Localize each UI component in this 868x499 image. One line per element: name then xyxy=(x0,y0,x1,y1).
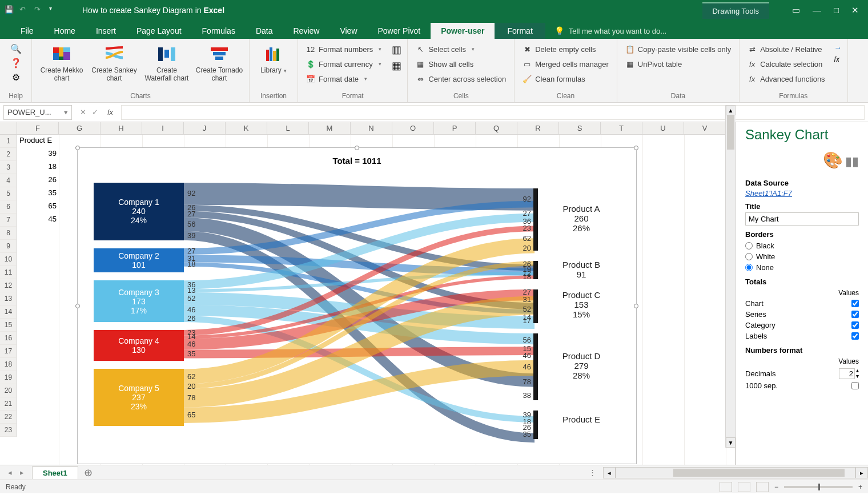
search-icon[interactable]: 🔍 xyxy=(10,43,22,54)
column-header[interactable]: G xyxy=(59,122,101,134)
format-date-button[interactable]: 📅Format date xyxy=(304,73,384,84)
resize-handle[interactable] xyxy=(355,146,359,150)
tab-insert[interactable]: Insert xyxy=(86,23,126,39)
column-header[interactable]: Q xyxy=(476,122,517,134)
cell[interactable]: 45 xyxy=(17,214,59,227)
columns-icon[interactable]: ▥ xyxy=(392,43,401,56)
row-header[interactable]: 21 xyxy=(0,397,17,411)
add-sheet-button[interactable]: ⊕ xyxy=(84,466,93,479)
column-header[interactable]: K xyxy=(226,122,267,134)
tab-review[interactable]: Review xyxy=(283,23,330,39)
fx-small-icon[interactable]: fx xyxy=(834,55,842,63)
zoom-in-icon[interactable]: + xyxy=(858,483,862,491)
delete-empty-cells-button[interactable]: ✖Delete empty cells xyxy=(520,43,611,55)
minimize-icon[interactable]: — xyxy=(813,5,821,15)
library-button[interactable]: Library xyxy=(255,41,292,74)
sankey-chart-object[interactable]: Total = 1011 Company 124024%9226275639Co… xyxy=(77,147,637,464)
row-header[interactable]: 19 xyxy=(0,371,17,384)
ribbon-options-icon[interactable]: ▭ xyxy=(792,5,800,15)
row-header[interactable]: 20 xyxy=(0,384,17,397)
spinner-icon[interactable]: ▴▾ xyxy=(856,368,859,379)
row-header[interactable]: 12 xyxy=(0,279,17,292)
totals-series-check[interactable]: Series xyxy=(745,309,859,320)
maximize-icon[interactable]: □ xyxy=(834,5,839,15)
column-header[interactable]: J xyxy=(184,122,226,134)
bar-chart-icon[interactable]: ▮▮ xyxy=(845,154,859,168)
page-layout-view-button[interactable] xyxy=(738,482,750,492)
column-header[interactable]: M xyxy=(309,122,351,134)
scroll-up-icon[interactable]: ▲ xyxy=(726,105,736,115)
column-header[interactable]: F xyxy=(17,122,59,134)
vertical-scrollbar[interactable]: ▲ ▼ xyxy=(725,105,736,448)
undo-icon[interactable]: ↶ xyxy=(19,5,30,15)
sheet-nav-next-icon[interactable]: ▸ xyxy=(20,468,24,477)
resize-handle[interactable] xyxy=(634,146,638,150)
close-icon[interactable]: ✕ xyxy=(851,5,859,15)
tell-me-search[interactable]: 💡 Tell me what you want to do... xyxy=(545,23,676,39)
zoom-slider[interactable] xyxy=(784,486,853,488)
row-header[interactable]: 16 xyxy=(0,332,17,345)
column-header[interactable]: V xyxy=(684,122,726,134)
tab-data[interactable]: Data xyxy=(246,23,283,39)
settings-icon[interactable]: ⚙ xyxy=(12,72,20,83)
merged-cells-manager-button[interactable]: ▭Merged cells manager xyxy=(520,58,611,70)
cell[interactable]: 18 xyxy=(17,161,59,174)
column-header[interactable]: R xyxy=(517,122,559,134)
row-header[interactable]: 11 xyxy=(0,266,17,279)
show-all-cells-button[interactable]: ▦Show all cells xyxy=(413,58,508,70)
border-white-radio[interactable]: White xyxy=(745,251,859,262)
row-header[interactable]: 2 xyxy=(0,148,17,161)
row-header[interactable]: 13 xyxy=(0,292,17,305)
row-header[interactable]: 6 xyxy=(0,200,17,214)
column-header[interactable]: O xyxy=(392,122,434,134)
row-header[interactable]: 14 xyxy=(0,305,17,319)
column-header[interactable]: N xyxy=(351,122,392,134)
data-source-link[interactable]: Sheet1'!A1:F7 xyxy=(745,189,859,198)
fx-label[interactable]: fx xyxy=(103,108,118,116)
create-sankey-chart-button[interactable]: Create Sankey chart xyxy=(90,41,138,83)
column-header[interactable]: I xyxy=(142,122,184,134)
zoom-out-icon[interactable]: − xyxy=(774,483,778,491)
row-header[interactable]: 17 xyxy=(0,345,17,358)
tab-view[interactable]: View xyxy=(329,23,367,39)
qat-more-icon[interactable]: ▾ xyxy=(49,5,59,15)
table-icon[interactable]: ▦ xyxy=(392,59,401,72)
resize-handle[interactable] xyxy=(75,146,80,150)
column-header[interactable]: P xyxy=(434,122,476,134)
cell[interactable]: 39 xyxy=(17,148,59,161)
context-tab-drawing-tools[interactable]: Drawing Tools xyxy=(702,2,769,19)
border-none-radio[interactable]: None xyxy=(745,262,859,273)
normal-view-button[interactable] xyxy=(720,482,732,492)
totals-labels-check[interactable]: Labels xyxy=(745,331,859,341)
scroll-left-icon[interactable]: ◂ xyxy=(603,467,616,478)
cell[interactable]: 65 xyxy=(17,200,59,214)
format-currency-button[interactable]: 💲Format currency xyxy=(304,58,384,70)
tab-format[interactable]: Format xyxy=(495,23,545,39)
arrow-right-icon[interactable]: → xyxy=(834,43,842,52)
clean-formulas-button[interactable]: 🧹Clean formulas xyxy=(520,73,611,84)
tab-file[interactable]: File xyxy=(10,23,44,39)
save-icon[interactable]: 💾 xyxy=(5,5,15,15)
tab-home[interactable]: Home xyxy=(44,23,86,39)
row-header[interactable]: 10 xyxy=(0,253,17,266)
sheet-tab-sheet1[interactable]: Sheet1 xyxy=(32,466,78,479)
tab-formulas[interactable]: Formulas xyxy=(192,23,246,39)
totals-category-check[interactable]: Category xyxy=(745,320,859,331)
chart-title-input[interactable] xyxy=(745,212,859,226)
tab-power-pivot[interactable]: Power Pivot xyxy=(368,23,431,39)
row-header[interactable]: 15 xyxy=(0,319,17,332)
row-header[interactable]: 5 xyxy=(0,187,17,200)
calculate-selection-button[interactable]: fxCalculate selection xyxy=(745,58,827,70)
select-cells-button[interactable]: ↖Select cells xyxy=(413,43,508,55)
scroll-right-icon[interactable]: ▸ xyxy=(855,467,868,478)
tab-power-user[interactable]: Power-user xyxy=(431,23,495,39)
absolute-relative-button[interactable]: ⇄Absolute / Relative xyxy=(745,43,827,55)
column-header[interactable]: H xyxy=(101,122,142,134)
cancel-formula-icon[interactable]: ✕ xyxy=(80,108,86,116)
name-box[interactable]: POWER_U...▾ xyxy=(3,105,72,120)
sheet-nav-prev-icon[interactable]: ◂ xyxy=(8,468,12,477)
column-header[interactable]: S xyxy=(559,122,601,134)
create-tornado-chart-button[interactable]: Create Tornado chart xyxy=(195,41,243,83)
formula-input[interactable] xyxy=(121,105,865,120)
decimals-input[interactable] xyxy=(839,368,855,379)
